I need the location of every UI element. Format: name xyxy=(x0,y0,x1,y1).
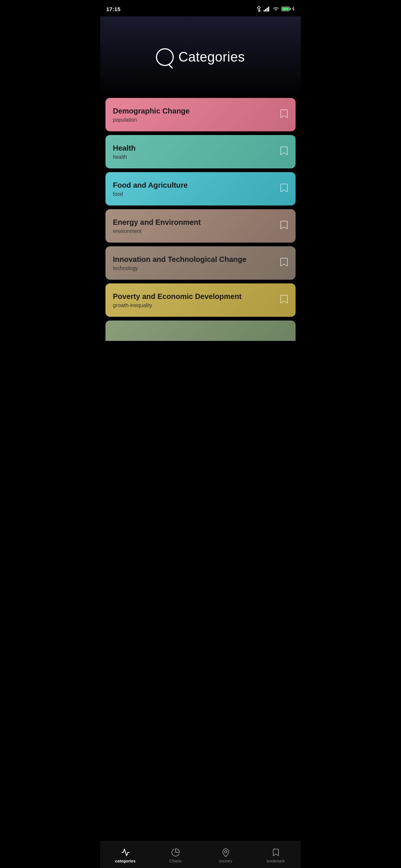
category-card-demographic[interactable]: Demographic Changepopulation xyxy=(105,98,296,131)
bookmark-icon-innovation[interactable] xyxy=(280,257,288,269)
svg-point-4 xyxy=(225,851,227,853)
search-icon xyxy=(156,48,174,66)
wifi-icon xyxy=(273,6,279,11)
bookmark-icon-demographic[interactable] xyxy=(280,109,288,120)
category-card-food[interactable]: Food and Agriculturefood xyxy=(105,172,296,206)
header-area: Categories xyxy=(100,16,301,98)
nav-categories-label: categories xyxy=(115,859,136,863)
category-title-energy: Energy and Environment xyxy=(113,218,201,227)
category-text-innovation: Innovation and Technological Changetechn… xyxy=(113,255,247,271)
status-icons xyxy=(256,6,295,12)
categories-list: Demographic ChangepopulationHealthhealth… xyxy=(100,98,301,341)
category-text-energy: Energy and Environmentenvironment xyxy=(113,218,201,234)
bookmark-nav-icon xyxy=(271,848,281,857)
nav-charts[interactable]: Charts xyxy=(150,848,200,863)
bookmark-icon-food[interactable] xyxy=(280,183,288,194)
battery-icon xyxy=(281,7,290,11)
category-subtitle-poverty: growth-inequality xyxy=(113,302,242,308)
nav-country[interactable]: country xyxy=(200,848,251,863)
bottom-nav: categories Charts country bookmark xyxy=(100,841,301,868)
category-subtitle-health: health xyxy=(113,154,136,160)
category-title-innovation: Innovation and Technological Change xyxy=(113,255,247,264)
category-text-health: Healthhealth xyxy=(113,144,136,160)
activity-icon xyxy=(121,848,130,857)
category-text-food: Food and Agriculturefood xyxy=(113,181,188,197)
page-title-container: Categories xyxy=(156,48,245,66)
category-text-demographic: Demographic Changepopulation xyxy=(113,107,190,123)
category-title-demographic: Demographic Change xyxy=(113,107,190,115)
category-text-poverty: Poverty and Economic Developmentgrowth-i… xyxy=(113,292,242,308)
bookmark-icon-energy[interactable] xyxy=(280,220,288,231)
charging-icon xyxy=(292,6,295,11)
nav-country-label: country xyxy=(219,859,232,863)
category-card-energy[interactable]: Energy and Environmentenvironment xyxy=(105,209,296,243)
category-subtitle-energy: environment xyxy=(113,228,201,234)
category-card-innovation[interactable]: Innovation and Technological Changetechn… xyxy=(105,246,296,280)
svg-rect-1 xyxy=(265,9,266,11)
category-subtitle-food: food xyxy=(113,191,188,197)
category-title-health: Health xyxy=(113,144,136,152)
bookmark-icon-poverty[interactable] xyxy=(280,295,288,306)
svg-rect-0 xyxy=(264,10,265,11)
page-title: Categories xyxy=(178,49,245,65)
category-title-poverty: Poverty and Economic Development xyxy=(113,292,242,301)
svg-rect-2 xyxy=(267,8,268,11)
nav-charts-label: Charts xyxy=(169,859,181,863)
status-time: 17:15 xyxy=(106,6,120,12)
category-card-poverty[interactable]: Poverty and Economic Developmentgrowth-i… xyxy=(105,283,296,317)
category-title-food: Food and Agriculture xyxy=(113,181,188,190)
status-bar: 17:15 xyxy=(100,0,301,16)
nav-bookmark[interactable]: bookmark xyxy=(251,848,301,863)
pie-chart-icon xyxy=(171,848,180,857)
signal-icon xyxy=(264,6,270,11)
category-card-partial[interactable] xyxy=(105,320,296,341)
main-content: Demographic ChangepopulationHealthhealth… xyxy=(100,98,301,385)
nav-bookmark-label: bookmark xyxy=(267,859,284,863)
svg-rect-3 xyxy=(268,7,269,11)
category-subtitle-innovation: technology xyxy=(113,265,247,271)
nav-categories[interactable]: categories xyxy=(100,848,150,863)
bookmark-icon-health[interactable] xyxy=(280,146,288,157)
category-subtitle-demographic: population xyxy=(113,117,190,123)
map-pin-icon xyxy=(221,848,231,857)
category-card-health[interactable]: Healthhealth xyxy=(105,135,296,168)
bluetooth-icon xyxy=(256,6,261,12)
